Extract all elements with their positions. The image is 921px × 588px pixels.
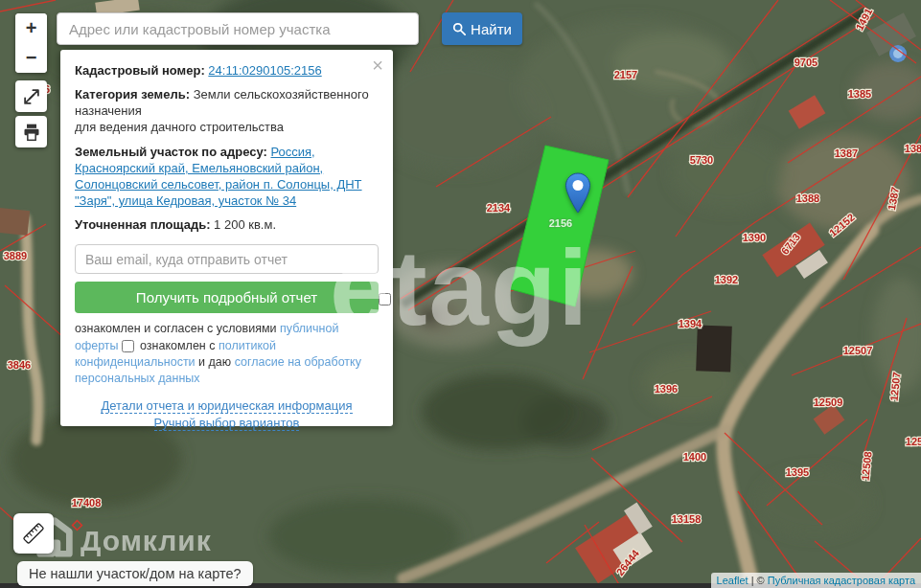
- parcel-label: 125: [906, 436, 921, 447]
- parcel-label: 3846: [8, 359, 31, 371]
- privacy-text: ознакомлен с: [140, 339, 219, 352]
- parcel-label: 17408: [72, 497, 102, 509]
- not-found-button[interactable]: Не нашли участок/дом на карте?: [17, 561, 253, 586]
- parcel-label: 2134: [487, 202, 511, 214]
- map-canvas[interactable]: 2157970514911385573013871381387138812152…: [0, 0, 921, 588]
- email-field[interactable]: [75, 244, 379, 274]
- cadastral-number-label: Кадастровый номер:: [75, 63, 205, 78]
- printer-icon: [22, 123, 41, 142]
- leaflet-link[interactable]: Leaflet: [717, 575, 748, 586]
- terms-text: ознакомлен и согласен с условиями: [75, 322, 280, 335]
- parcel-info-popup: × Кадастровый номер: 24:11:0290105:2156 …: [60, 50, 393, 426]
- area-label: Уточненная площадь:: [75, 217, 210, 232]
- cadastral-number-link[interactable]: 24:11:0290105:2156: [208, 63, 321, 78]
- get-report-button[interactable]: Получить подробный отчет: [75, 282, 379, 313]
- report-details-link[interactable]: Детали отчета и юридическая информация: [101, 398, 352, 414]
- parcel-label: 1390: [743, 232, 766, 243]
- manual-choice-link[interactable]: Ручной выбор вариантов: [154, 416, 300, 431]
- zoom-out-button[interactable]: −: [15, 43, 47, 73]
- parcel-label: 1396: [655, 383, 678, 395]
- map-attribution: Leaflet | © Публичная кадастровая карта: [711, 573, 921, 588]
- parcel-label: 5730: [690, 154, 713, 166]
- parcel-label: 12509: [814, 396, 843, 408]
- close-icon[interactable]: ×: [372, 56, 383, 75]
- parcel-label: 2156: [549, 217, 572, 229]
- terms-checkbox[interactable]: [379, 293, 391, 305]
- parcel-label: 1400: [683, 451, 706, 463]
- map-marker-pin[interactable]: [564, 172, 591, 215]
- parcel-label: 9705: [794, 57, 817, 68]
- search-button-label: Найти: [471, 21, 512, 37]
- land-category-value2: для ведения дачного строительства: [75, 119, 379, 135]
- land-category-label: Категория земель:: [75, 87, 190, 102]
- print-button[interactable]: [15, 116, 47, 147]
- parcel-label: 3889: [4, 250, 27, 261]
- parcel-label: 1385: [848, 88, 871, 100]
- parcel-label: 12507: [843, 345, 873, 356]
- zoom-in-button[interactable]: +: [15, 13, 47, 43]
- parcel-label: 1388: [796, 192, 819, 204]
- popup-footer-links: Детали отчета и юридическая информация Р…: [75, 397, 379, 431]
- attribution-separator: | ©: [748, 575, 768, 586]
- ruler-icon: [19, 519, 48, 548]
- area-value: 1 200 кв.м.: [214, 217, 276, 232]
- parcel-label: 1395: [786, 466, 809, 478]
- search-input[interactable]: [57, 12, 419, 45]
- measure-ruler-button[interactable]: [13, 513, 54, 554]
- parcel-label: 138: [905, 143, 921, 154]
- pkk-link[interactable]: Публичная кадастровая карта: [768, 575, 915, 586]
- parcel-label: 1387: [835, 147, 858, 159]
- privacy-checkbox[interactable]: [122, 340, 134, 352]
- zoom-control: + −: [15, 13, 47, 73]
- land-category-row: Категория земель: Земли сельскохозяйстве…: [75, 86, 379, 135]
- parcel-label: 1392: [715, 274, 738, 285]
- search-button[interactable]: Найти: [442, 12, 522, 45]
- parcel-label: 2157: [614, 69, 637, 80]
- cadastral-number-row: Кадастровый номер: 24:11:0290105:2156: [75, 62, 379, 79]
- fullscreen-button[interactable]: [15, 80, 47, 112]
- search-icon: [452, 22, 466, 35]
- parcel-label: 13158: [672, 513, 702, 525]
- address-label: Земельный участок по адресу:: [75, 145, 267, 159]
- privacy-text2: и даю: [196, 355, 235, 369]
- address-row: Земельный участок по адресу: Россия, Кра…: [75, 144, 379, 210]
- expand-arrows-icon: [21, 86, 42, 107]
- parcel-label: 1394: [679, 318, 702, 329]
- area-row: Уточненная площадь: 1 200 кв.м.: [75, 216, 379, 233]
